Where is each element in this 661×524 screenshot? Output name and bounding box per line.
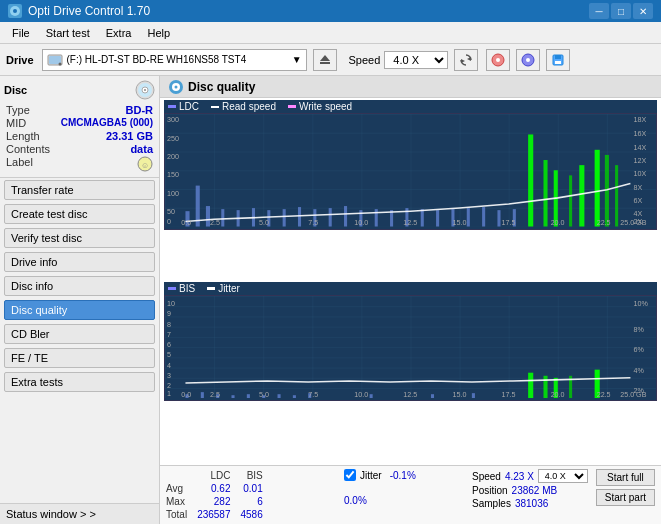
- svg-point-4: [58, 62, 61, 65]
- sidebar-btn-disc-info[interactable]: Disc info: [4, 276, 155, 296]
- avg-bis-value: 0.01: [241, 482, 273, 495]
- sidebar-btn-create-test-disc[interactable]: Create test disc: [4, 204, 155, 224]
- svg-text:22.5: 22.5: [597, 219, 611, 226]
- position-value: 23862 MB: [512, 485, 558, 496]
- svg-text:20.0: 20.0: [551, 391, 565, 398]
- menu-start-test[interactable]: Start test: [38, 25, 98, 41]
- svg-rect-67: [497, 210, 500, 226]
- disc-type-row: Type BD-R: [4, 104, 155, 116]
- svg-point-12: [526, 58, 530, 62]
- svg-text:6: 6: [167, 341, 171, 349]
- svg-text:1: 1: [167, 390, 171, 398]
- svg-rect-75: [543, 160, 547, 226]
- svg-text:8: 8: [167, 321, 171, 329]
- sidebar-btn-fe-te[interactable]: FE / TE: [4, 348, 155, 368]
- total-label: Total: [166, 508, 197, 521]
- stats-table-container: LDC BIS Avg 0.62 0.01 Max 282 6: [166, 469, 336, 521]
- svg-text:15.0: 15.0: [452, 391, 466, 398]
- svg-rect-122: [370, 394, 373, 398]
- disc-icon-button2[interactable]: [516, 49, 540, 71]
- svg-point-24: [175, 85, 178, 88]
- total-bis-value: 4586: [241, 508, 273, 521]
- speed-select[interactable]: 4.0 X 2.0 X: [538, 469, 588, 483]
- main-area: Disc Type BD-R MID CMCMAGBA5 (000) Lengt…: [0, 76, 661, 524]
- svg-rect-59: [375, 209, 378, 226]
- svg-marker-7: [467, 57, 471, 61]
- max-bis-value: 6: [241, 495, 273, 508]
- svg-rect-57: [344, 206, 347, 226]
- svg-rect-65: [467, 208, 470, 226]
- jitter-checkbox[interactable]: [344, 469, 356, 481]
- menubar: File Start test Extra Help: [0, 22, 661, 44]
- svg-rect-111: [231, 395, 234, 398]
- maximize-button[interactable]: □: [611, 3, 631, 19]
- svg-text:300: 300: [167, 116, 179, 124]
- minimize-button[interactable]: ─: [589, 3, 609, 19]
- menu-file[interactable]: File: [4, 25, 38, 41]
- status-window-button[interactable]: Status window > >: [0, 503, 159, 524]
- svg-text:4%: 4%: [633, 367, 644, 375]
- svg-rect-76: [615, 165, 618, 226]
- samples-row: Samples 381036: [472, 498, 588, 509]
- drive-label: Drive: [6, 54, 34, 66]
- svg-text:15.0: 15.0: [452, 219, 466, 226]
- svg-text:22.5: 22.5: [597, 391, 611, 398]
- stats-area: LDC BIS Avg 0.62 0.01 Max 282 6: [160, 465, 661, 524]
- svg-text:10X: 10X: [633, 170, 646, 178]
- svg-rect-62: [421, 209, 424, 226]
- sidebar-btn-extra-tests[interactable]: Extra tests: [4, 372, 155, 392]
- svg-rect-112: [247, 394, 250, 398]
- svg-rect-73: [595, 150, 600, 227]
- sidebar-btn-drive-info[interactable]: Drive info: [4, 252, 155, 272]
- svg-text:14X: 14X: [633, 144, 646, 152]
- sidebar-btn-transfer-rate[interactable]: Transfer rate: [4, 180, 155, 200]
- svg-marker-5: [320, 55, 330, 61]
- close-button[interactable]: ✕: [633, 3, 653, 19]
- save-button[interactable]: [546, 49, 570, 71]
- speed-label: Speed: [349, 54, 381, 66]
- label-icon: ☺: [137, 156, 153, 172]
- svg-text:6%: 6%: [633, 346, 644, 354]
- svg-rect-49: [221, 209, 224, 226]
- sidebar-btn-disc-quality[interactable]: Disc quality: [4, 300, 155, 320]
- eject-button[interactable]: [313, 49, 337, 71]
- svg-text:10.0: 10.0: [354, 219, 368, 226]
- svg-text:250: 250: [167, 135, 179, 143]
- ldc-header: LDC: [197, 469, 240, 482]
- svg-text:2.5: 2.5: [210, 219, 220, 226]
- svg-text:8X: 8X: [633, 184, 642, 192]
- refresh-button[interactable]: [454, 49, 478, 71]
- bis-legend: BIS: [168, 283, 195, 294]
- svg-text:150: 150: [167, 171, 179, 179]
- sidebar-btn-cd-bler[interactable]: CD Bler: [4, 324, 155, 344]
- jitter-row: Jitter -0.1%: [344, 469, 464, 481]
- start-part-button[interactable]: Start part: [596, 489, 655, 506]
- sidebar-btn-verify-test-disc[interactable]: Verify test disc: [4, 228, 155, 248]
- start-full-button[interactable]: Start full: [596, 469, 655, 486]
- disc-info-section: Disc Type BD-R MID CMCMAGBA5 (000) Lengt…: [0, 76, 159, 178]
- drive-selector[interactable]: (F:) HL-DT-ST BD-RE WH16NS58 TST4 ▼: [42, 49, 307, 71]
- toolbar: Drive (F:) HL-DT-ST BD-RE WH16NS58 TST4 …: [0, 44, 661, 76]
- svg-rect-74: [605, 155, 609, 227]
- speed-current-value: 4.23 X: [505, 471, 534, 482]
- app-title: Opti Drive Control 1.70: [28, 4, 150, 18]
- svg-text:3: 3: [167, 372, 171, 380]
- svg-text:100: 100: [167, 190, 179, 198]
- max-jitter-value: 0.0%: [344, 495, 367, 506]
- svg-text:50: 50: [167, 208, 175, 216]
- drive-value: (F:) HL-DT-ST BD-RE WH16NS58 TST4: [67, 54, 247, 65]
- speed-label: Speed: [472, 471, 501, 482]
- speed-select[interactable]: 4.0 X 2.0 X 6.0 X 8.0 X: [384, 51, 448, 69]
- svg-point-10: [496, 58, 500, 62]
- menu-extra[interactable]: Extra: [98, 25, 140, 41]
- svg-rect-120: [543, 376, 547, 399]
- svg-text:2.5: 2.5: [210, 391, 220, 398]
- samples-value: 381036: [515, 498, 548, 509]
- app-icon: [8, 4, 22, 18]
- max-jitter-row: 0.0%: [344, 495, 464, 506]
- svg-text:7: 7: [167, 331, 171, 339]
- disc-icon-button[interactable]: [486, 49, 510, 71]
- disc-contents-row: Contents data: [4, 143, 155, 155]
- menu-help[interactable]: Help: [139, 25, 178, 41]
- position-label: Position: [472, 485, 508, 496]
